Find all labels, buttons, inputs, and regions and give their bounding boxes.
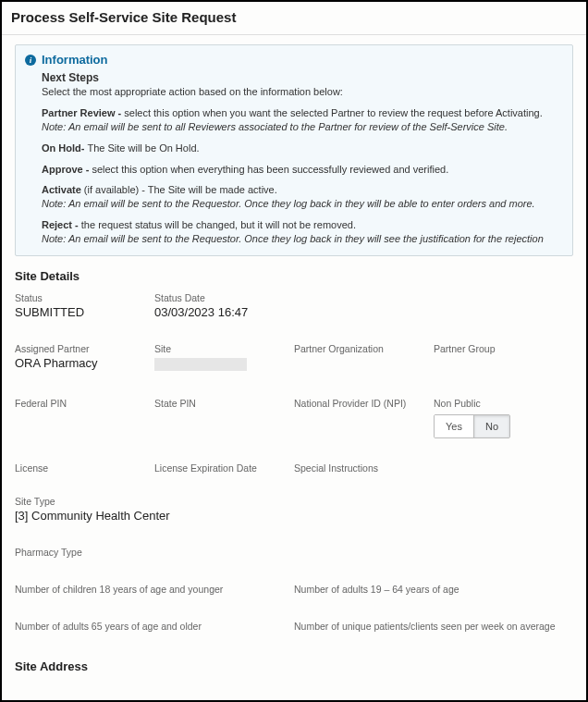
cell-state-pin: State PIN [154, 398, 294, 438]
reject-text: the request status will be changed, but … [81, 219, 356, 230]
value-assigned-partner: ORA Pharmacy [15, 356, 147, 370]
partner-review-text: select this option when you want the sel… [124, 107, 542, 118]
cell-status-date: Status Date 03/03/2023 16:47 [154, 292, 294, 319]
label-partner-org: Partner Organization [294, 343, 426, 354]
partner-review-label: Partner Review - [42, 107, 124, 118]
header-bar: Process Self-Service Site Request [2, 2, 586, 35]
cell-unique: Number of unique patients/clients seen p… [294, 621, 573, 634]
cell-status: Status SUBMITTED [15, 292, 154, 319]
row-children-adults: Number of children 18 years of age and y… [15, 584, 573, 597]
cell-pharmacy-type: Pharmacy Type [15, 547, 573, 560]
row-license: License License Expiration Date Special … [15, 462, 573, 475]
info-onhold: On Hold- The Site will be On Hold. [42, 142, 563, 155]
row-status: Status SUBMITTED Status Date 03/03/2023 … [15, 292, 573, 319]
approve-label: Approve - [42, 164, 92, 175]
site-details-title: Site Details [15, 269, 573, 283]
label-status-date: Status Date [154, 292, 287, 303]
label-partner-group: Partner Group [434, 343, 566, 354]
cell-adults-65: Number of adults 65 years of age and old… [15, 621, 294, 634]
info-activate: Activate (if available) - The Site will … [42, 183, 563, 211]
label-state-pin: State PIN [154, 398, 287, 409]
cell-npi: National Provider ID (NPI) [294, 398, 434, 438]
label-status: Status [15, 292, 147, 303]
label-special: Special Instructions [294, 462, 426, 474]
cell-partner-org: Partner Organization [294, 343, 434, 374]
cell-special: Special Instructions [294, 462, 434, 475]
activate-paren: (if available) - [84, 184, 148, 195]
cell-license-exp: License Expiration Date [154, 462, 294, 475]
label-federal-pin: Federal PIN [15, 398, 147, 409]
row-adults65-unique: Number of adults 65 years of age and old… [15, 621, 573, 634]
info-reject: Reject - the request status will be chan… [42, 218, 563, 246]
cell-site: Site [154, 343, 294, 374]
label-adults-65: Number of adults 65 years of age and old… [15, 621, 287, 632]
info-approve: Approve - select this option when everyt… [42, 163, 563, 177]
reject-label: Reject - [42, 219, 81, 230]
label-license-exp: License Expiration Date [154, 462, 287, 474]
label-non-public: Non Public [434, 398, 566, 409]
label-npi: National Provider ID (NPI) [294, 398, 426, 409]
non-public-yes[interactable]: Yes [435, 415, 473, 437]
approve-text: select this option when everything has b… [92, 164, 448, 175]
cell-non-public: Non Public Yes No [434, 398, 573, 438]
cell-partner-group: Partner Group [434, 343, 573, 374]
reject-note: Note: An email will be sent to the Reque… [42, 233, 544, 244]
activate-label: Activate [42, 184, 84, 195]
value-status-date: 03/03/2023 16:47 [154, 305, 287, 319]
info-panel: i Information Next Steps Select the most… [15, 44, 573, 256]
cell-assigned-partner: Assigned Partner ORA Pharmacy [15, 343, 154, 374]
label-site-type: Site Type [15, 496, 566, 507]
cell-site-type: Site Type [3] Community Health Center [15, 496, 573, 523]
label-adults-19-64: Number of adults 19 – 64 years of age [294, 584, 566, 595]
cell-license: License [15, 462, 154, 475]
info-partner-review: Partner Review - select this option when… [42, 106, 563, 134]
next-steps-heading: Next Steps [42, 70, 563, 85]
onhold-text: The Site will be On Hold. [88, 142, 200, 154]
info-icon: i [25, 55, 36, 66]
content: i Information Next Steps Select the most… [2, 35, 586, 692]
info-header: i Information [25, 53, 563, 67]
next-steps-intro: Select the most appropriate action based… [42, 85, 563, 99]
non-public-toggle[interactable]: Yes No [434, 414, 510, 438]
cell-adults-19-64: Number of adults 19 – 64 years of age [294, 584, 573, 597]
info-body: Next Steps Select the most appropriate a… [25, 70, 563, 246]
partner-review-note: Note: An email will be sent to all Revie… [42, 121, 508, 132]
row-pins: Federal PIN State PIN National Provider … [15, 398, 573, 438]
activate-note: Note: An email will be sent to the Reque… [42, 198, 535, 209]
label-children: Number of children 18 years of age and y… [15, 584, 287, 595]
row-site-type: Site Type [3] Community Health Center [15, 496, 573, 523]
onhold-label: On Hold- [42, 142, 88, 154]
value-status: SUBMITTED [15, 305, 147, 319]
cell-federal-pin: Federal PIN [15, 398, 154, 438]
label-assigned-partner: Assigned Partner [15, 343, 147, 354]
site-address-title: Site Address [15, 659, 573, 673]
non-public-no[interactable]: No [473, 415, 509, 437]
page-title: Process Self-Service Site Request [11, 9, 577, 25]
label-unique: Number of unique patients/clients seen p… [294, 621, 566, 632]
label-site: Site [154, 343, 287, 354]
value-site-redacted [154, 358, 247, 371]
activate-text: The Site will be made active. [148, 184, 277, 195]
info-title: Information [42, 53, 108, 67]
value-site-type: [3] Community Health Center [15, 509, 566, 523]
row-partner: Assigned Partner ORA Pharmacy Site Partn… [15, 343, 573, 374]
label-pharmacy-type: Pharmacy Type [15, 547, 566, 558]
row-pharmacy-type: Pharmacy Type [15, 547, 573, 560]
label-license: License [15, 462, 147, 474]
window: Process Self-Service Site Request i Info… [0, 0, 588, 702]
cell-children: Number of children 18 years of age and y… [15, 584, 294, 597]
